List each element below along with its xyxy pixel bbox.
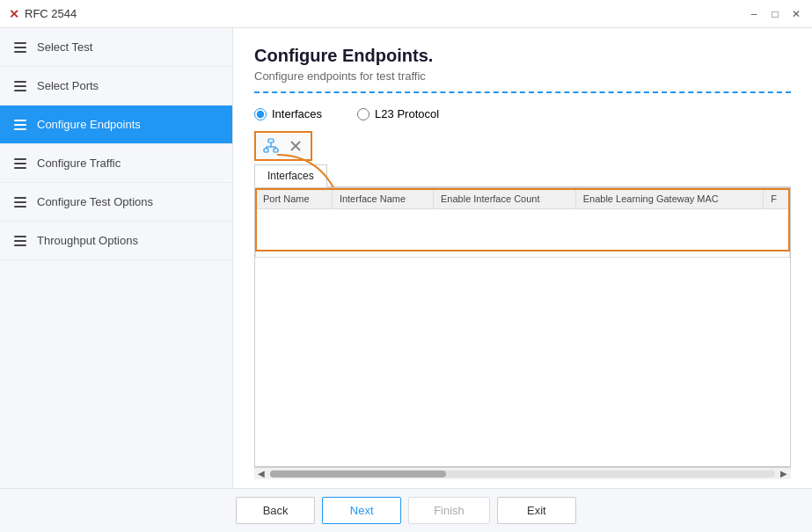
interfaces-table: Port Name Interface Name Enable Interfac… <box>255 188 790 258</box>
delete-icon <box>289 140 302 152</box>
radio-interfaces-label: Interfaces <box>272 107 322 120</box>
sidebar-label-configure-traffic: Configure Traffic <box>37 157 121 170</box>
app-title: RFC 2544 <box>25 7 747 20</box>
menu-icon <box>14 120 26 130</box>
exit-button[interactable]: Exit <box>497 497 576 524</box>
main-content: Select Test Select Ports Configure Endpo… <box>0 28 812 488</box>
delete-interface-button[interactable] <box>285 135 306 157</box>
sidebar-label-configure-test-options: Configure Test Options <box>37 195 153 208</box>
sidebar-item-throughput-options[interactable]: Throughput Options <box>0 222 232 260</box>
page-subtitle: Configure endpoints for test traffic <box>254 69 791 83</box>
sidebar-item-select-test[interactable]: Select Test <box>0 28 232 67</box>
scroll-left-arrow[interactable]: ◀ <box>256 469 267 478</box>
add-interface-button[interactable] <box>260 135 282 157</box>
svg-rect-1 <box>264 149 268 152</box>
minimize-button[interactable]: – <box>747 7 761 21</box>
menu-icon <box>14 81 26 91</box>
title-bar: ✕ RFC 2544 – □ ✕ <box>0 0 812 28</box>
sidebar-item-select-ports[interactable]: Select Ports <box>0 67 232 106</box>
scroll-right-arrow[interactable]: ▶ <box>779 469 789 478</box>
sidebar-item-configure-traffic[interactable]: Configure Traffic <box>0 144 232 183</box>
protocol-radio-group: Interfaces L23 Protocol <box>254 107 791 120</box>
table-body <box>256 209 790 258</box>
col-enable-interface-count: Enable Interface Count <box>434 189 576 209</box>
interfaces-tab-section: Interfaces Port Name Interface Name Enab… <box>254 164 791 479</box>
bottom-bar: Back Next Finish Exit <box>0 488 812 532</box>
sidebar-label-select-test: Select Test <box>37 40 92 54</box>
app-icon: ✕ <box>9 7 19 21</box>
sidebar-item-configure-endpoints[interactable]: Configure Endpoints <box>0 106 232 144</box>
table-header-row: Port Name Interface Name Enable Interfac… <box>256 189 790 209</box>
menu-icon <box>14 236 26 246</box>
col-enable-learning-gateway-mac: Enable Learning Gateway MAC <box>575 189 764 209</box>
sidebar: Select Test Select Ports Configure Endpo… <box>0 28 233 488</box>
menu-icon <box>14 42 26 53</box>
menu-icon <box>14 197 26 208</box>
app-body: Select Test Select Ports Configure Endpo… <box>0 28 812 532</box>
radio-l23-label: L23 Protocol <box>375 107 439 120</box>
back-button[interactable]: Back <box>236 497 315 524</box>
table-area-wrapper: Interfaces Port Name Interface Name Enab… <box>254 131 791 479</box>
network-icon <box>263 138 279 154</box>
col-interface-name: Interface Name <box>332 189 433 209</box>
menu-icon <box>14 158 26 169</box>
radio-l23-protocol[interactable]: L23 Protocol <box>357 107 439 120</box>
scrollbar-track[interactable] <box>270 470 775 477</box>
sidebar-label-throughput-options: Throughput Options <box>37 234 138 247</box>
svg-rect-2 <box>274 149 278 152</box>
radio-l23-input[interactable] <box>357 108 369 120</box>
table-container[interactable]: Port Name Interface Name Enable Interfac… <box>254 187 791 467</box>
page-title: Configure Endpoints. <box>254 46 791 66</box>
tab-bar: Interfaces <box>254 164 791 187</box>
svg-rect-0 <box>268 139 274 142</box>
sidebar-item-configure-test-options[interactable]: Configure Test Options <box>0 183 232 222</box>
window-controls[interactable]: – □ ✕ <box>747 7 803 21</box>
radio-interfaces[interactable]: Interfaces <box>254 107 322 120</box>
close-button[interactable]: ✕ <box>789 7 803 21</box>
horizontal-scrollbar[interactable]: ◀ ▶ <box>254 467 791 479</box>
col-extra: F <box>764 189 790 209</box>
finish-button[interactable]: Finish <box>408 497 490 524</box>
scrollbar-thumb[interactable] <box>270 470 446 477</box>
maximize-button[interactable]: □ <box>768 7 782 21</box>
table-row-empty <box>256 209 790 258</box>
sidebar-label-select-ports: Select Ports <box>37 79 99 92</box>
tab-interfaces[interactable]: Interfaces <box>254 164 327 187</box>
next-button[interactable]: Next <box>322 497 401 524</box>
content-area: Configure Endpoints. Configure endpoints… <box>233 28 812 488</box>
sidebar-label-configure-endpoints: Configure Endpoints <box>37 118 141 131</box>
col-port-name: Port Name <box>256 189 333 209</box>
section-divider <box>254 91 791 93</box>
table-toolbar <box>254 131 312 161</box>
radio-interfaces-input[interactable] <box>254 108 267 120</box>
